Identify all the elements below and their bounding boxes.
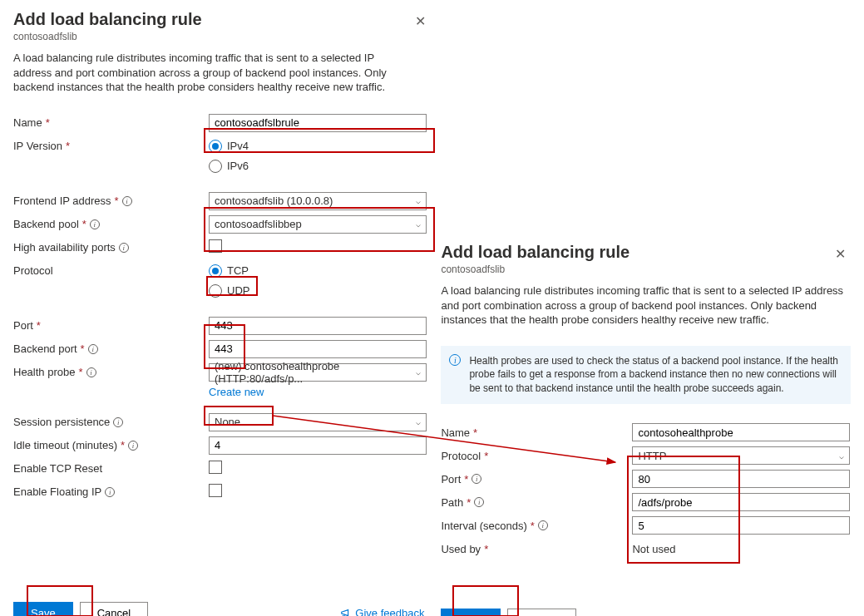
- label-interval: Interval (seconds) * i: [441, 520, 632, 532]
- panel-add-lb-rule: ✕ Add load balancing rule contosoadfslib…: [13, 10, 431, 616]
- info-icon[interactable]: i: [113, 417, 123, 427]
- close-icon[interactable]: ✕: [835, 246, 846, 262]
- used-by-value: Not used: [632, 543, 675, 555]
- chevron-down-icon: ⌵: [416, 196, 421, 205]
- frontend-ip-select[interactable]: contosoadfslib (10.0.0.8)⌵: [209, 192, 427, 210]
- page-title: Add load balancing rule: [13, 10, 431, 29]
- info-icon[interactable]: i: [474, 497, 484, 507]
- label-backend-port: Backend port * i: [13, 342, 209, 355]
- close-icon[interactable]: ✕: [415, 13, 426, 29]
- subtitle: contosoadfslib: [441, 264, 851, 275]
- label-floating-ip: Enable Floating IP i: [13, 485, 209, 498]
- info-icon[interactable]: i: [86, 367, 96, 377]
- probe-interval-input[interactable]: [632, 516, 850, 535]
- info-icon[interactable]: i: [122, 196, 132, 206]
- label-path: Path * i: [441, 496, 632, 509]
- chevron-down-icon: ⌵: [416, 219, 421, 229]
- chevron-down-icon: ⌵: [416, 417, 421, 426]
- radio-ipv6[interactable]: IPv6: [209, 157, 431, 175]
- ha-ports-checkbox[interactable]: [209, 239, 222, 253]
- info-icon: i: [449, 354, 461, 366]
- save-button[interactable]: Save: [441, 609, 501, 616]
- probe-path-input[interactable]: [632, 493, 850, 511]
- info-icon[interactable]: i: [128, 441, 138, 451]
- tcp-reset-checkbox[interactable]: [209, 461, 222, 474]
- probe-port-input[interactable]: [632, 470, 850, 488]
- probe-name-input[interactable]: [632, 423, 850, 441]
- megaphone-icon: [340, 608, 352, 616]
- chevron-down-icon: ⌵: [839, 451, 844, 461]
- subtitle: contosoadfslib: [13, 31, 431, 42]
- info-icon[interactable]: i: [471, 474, 481, 484]
- label-tcp-reset: Enable TCP Reset: [13, 462, 209, 475]
- health-probe-select[interactable]: (new) contosohealthprobe (HTTP:80/adfs/p…: [209, 363, 427, 382]
- radio-ipv4[interactable]: IPv4: [209, 137, 431, 155]
- page-title: Add load balancing rule: [441, 243, 851, 262]
- cancel-button[interactable]: Cancel: [507, 609, 575, 616]
- label-ip-version: IP Version *: [13, 140, 209, 152]
- label-idle-timeout: Idle timeout (minutes) * i: [13, 439, 209, 451]
- radio-tcp[interactable]: TCP: [209, 262, 431, 280]
- label-backend-pool: Backend pool * i: [13, 218, 209, 230]
- give-feedback-link[interactable]: Give feedback: [340, 607, 424, 616]
- info-icon[interactable]: i: [105, 487, 115, 497]
- label-name: Name *: [13, 116, 209, 129]
- idle-timeout-input[interactable]: [209, 436, 427, 455]
- label-used-by: Used by *: [441, 543, 632, 555]
- probe-protocol-select[interactable]: HTTP⌵: [632, 446, 850, 465]
- panel-add-lb-rule-probe: ✕ Add load balancing rule contosoadfslib…: [441, 10, 851, 616]
- description-text: A load balancing rule distributes incomi…: [441, 283, 848, 328]
- label-port: Port *: [13, 319, 209, 332]
- info-icon[interactable]: i: [88, 344, 98, 354]
- label-port: Port * i: [441, 473, 632, 485]
- floating-ip-checkbox[interactable]: [209, 484, 222, 497]
- label-health-probe: Health probe * i: [13, 366, 209, 378]
- port-input[interactable]: [209, 317, 427, 335]
- label-protocol: Protocol: [13, 264, 209, 277]
- chevron-down-icon: ⌵: [416, 367, 421, 377]
- backend-port-input[interactable]: [209, 340, 427, 358]
- infobox-health-probe: i Health probes are used to check the st…: [441, 346, 851, 404]
- label-protocol: Protocol *: [441, 450, 632, 462]
- info-icon[interactable]: i: [119, 243, 129, 253]
- label-frontend-ip: Frontend IP address * i: [13, 195, 209, 207]
- label-session-persistence: Session persistence i: [13, 416, 209, 428]
- info-icon[interactable]: i: [90, 219, 100, 229]
- info-icon[interactable]: i: [538, 520, 548, 530]
- label-ha-ports: High availability ports i: [13, 241, 209, 254]
- label-name: Name *: [441, 426, 632, 439]
- session-persistence-select[interactable]: None⌵: [209, 413, 427, 431]
- cancel-button[interactable]: Cancel: [80, 602, 148, 616]
- save-button[interactable]: Save: [13, 602, 73, 616]
- backend-pool-select[interactable]: contosoadfslibbep⌵: [209, 215, 427, 234]
- radio-udp[interactable]: UDP: [209, 282, 431, 300]
- name-input[interactable]: [209, 114, 427, 132]
- description-text: A load balancing rule distributes incomi…: [13, 51, 404, 95]
- create-new-link[interactable]: Create new: [209, 386, 264, 398]
